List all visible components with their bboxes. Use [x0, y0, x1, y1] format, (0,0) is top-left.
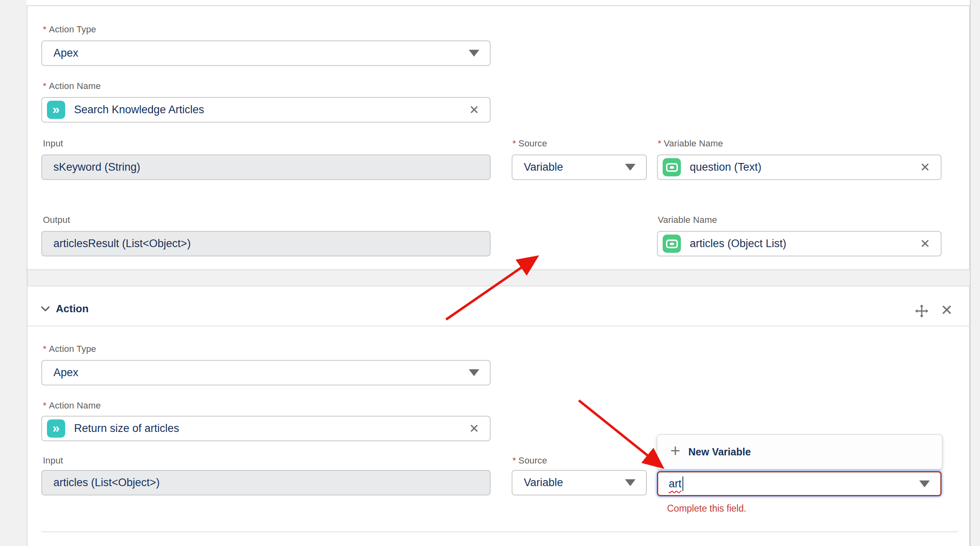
output-variable-field[interactable]: articles (Object List) ✕: [657, 231, 942, 256]
action-name-field[interactable]: » Search Knowledge Articles ✕: [41, 97, 491, 123]
clear-icon[interactable]: ✕: [469, 423, 479, 435]
input-field-disabled: articles (List<Object>): [41, 470, 491, 495]
source-value: Variable: [512, 161, 563, 174]
output-field-disabled: articlesResult (List<Object>): [41, 231, 491, 256]
action-config-panel: *Action Type Apex *Action Name » Search …: [0, 0, 980, 546]
chevron-down-icon: [919, 480, 930, 487]
action-type-select[interactable]: Apex: [41, 360, 491, 385]
apex-action-icon: »: [47, 419, 65, 438]
source-select[interactable]: Variable: [512, 470, 647, 495]
variable-icon: [663, 235, 681, 253]
header-divider: [28, 326, 971, 326]
required-asterisk: *: [43, 344, 47, 354]
input-field-disabled: sKeyword (String): [41, 154, 491, 180]
input-value: sKeyword (String): [42, 161, 140, 174]
previous-card-bottom: [27, 0, 970, 6]
section-header: Action: [40, 303, 89, 315]
apex-action-icon: »: [47, 101, 65, 119]
right-gutter: [970, 0, 980, 546]
input-value: articles (List<Object>): [42, 476, 160, 489]
required-asterisk: *: [658, 138, 661, 148]
required-asterisk: *: [43, 400, 47, 411]
chevron-down-icon[interactable]: [40, 306, 50, 312]
action-name-value: Search Knowledge Articles: [74, 104, 204, 116]
action-name-label: *Action Name: [43, 81, 101, 91]
action-name-field[interactable]: » Return size of articles ✕: [41, 416, 491, 441]
action-card-2: Action ✕ *Action Type Apex *Action Name: [27, 286, 970, 546]
source-value: Variable: [512, 476, 563, 489]
variable-name-combobox[interactable]: art: [657, 471, 942, 496]
required-asterisk: *: [43, 81, 47, 91]
action-type-value: Apex: [42, 366, 79, 379]
input-label: Input: [43, 138, 63, 149]
left-gutter: [0, 0, 28, 546]
action-type-select[interactable]: Apex: [41, 40, 491, 66]
action-type-value: Apex: [42, 47, 79, 59]
required-asterisk: *: [512, 455, 516, 466]
required-asterisk: *: [43, 24, 47, 34]
variable-name-value: question (Text): [690, 161, 761, 174]
source-label: *Source: [512, 138, 547, 149]
close-icon[interactable]: ✕: [941, 302, 953, 319]
variable-name-field[interactable]: question (Text) ✕: [657, 154, 942, 180]
action-name-label: *Action Name: [43, 400, 101, 411]
action-type-label: *Action Type: [43, 344, 96, 354]
clear-icon[interactable]: ✕: [920, 161, 930, 174]
output-variable-value: articles (Object List): [690, 237, 787, 250]
plus-icon: +: [670, 442, 680, 459]
output-label: Output: [43, 215, 70, 225]
chevron-down-icon: [469, 50, 479, 57]
chevron-down-icon: [625, 479, 636, 486]
source-label: *Source: [512, 455, 547, 466]
required-asterisk: *: [512, 138, 516, 148]
section-title: Action: [56, 303, 89, 315]
source-select[interactable]: Variable: [512, 154, 647, 180]
action-type-label: *Action Type: [43, 24, 96, 35]
chevron-down-icon: [625, 164, 636, 171]
input-label: Input: [43, 455, 63, 466]
variable-name-label: *Variable Name: [658, 138, 723, 149]
chevron-down-icon: [469, 369, 479, 376]
output-value: articlesResult (List<Object>): [42, 237, 191, 250]
output-variable-name-label: Variable Name: [658, 215, 717, 225]
move-icon[interactable]: [915, 304, 929, 318]
clear-icon[interactable]: ✕: [920, 238, 930, 250]
variable-icon: [663, 158, 681, 176]
field-error-message: Complete this field.: [667, 503, 746, 514]
text-caret: [682, 476, 683, 491]
action-card-1: *Action Type Apex *Action Name » Search …: [27, 6, 970, 270]
combobox-typed-text: art: [669, 478, 682, 490]
clear-icon[interactable]: ✕: [469, 104, 479, 116]
action-name-value: Return size of articles: [74, 422, 179, 435]
card-divider: [41, 531, 958, 532]
variable-dropdown-panel: + New Variable: [657, 434, 942, 470]
new-variable-option[interactable]: New Variable: [689, 446, 751, 458]
